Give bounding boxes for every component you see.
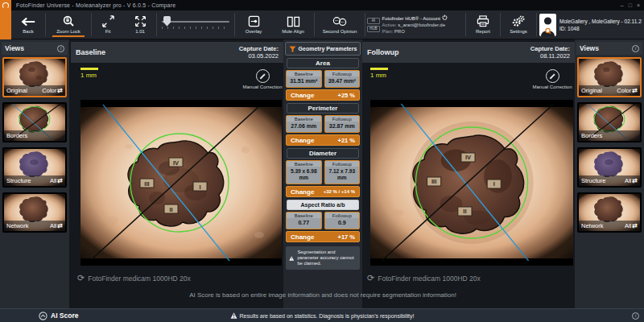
thumb-mode-network: All (50, 222, 56, 229)
followup-manual-correction-button[interactable]: Manual Correction (533, 69, 572, 89)
patient-avatar (539, 14, 556, 36)
zoom-slider-handle[interactable] (163, 16, 171, 27)
hub-account-panel[interactable]: AI HUB Fotofinder HUB® - Account Active:… (365, 10, 465, 39)
patient-name: MoleGallery , MoleGallery - 02.11.2000 (559, 18, 642, 25)
followup-image[interactable]: IV III I II (370, 100, 573, 266)
baseline-capture-date: 03.05.2022 (248, 52, 279, 60)
window-title: FotoFinder Universe - Moleanalyzer pro -… (11, 2, 175, 8)
thumb-mode-original: Color (617, 87, 631, 94)
swap-icon[interactable]: ⇄ (632, 87, 638, 94)
followup-capture-date-label: Capture Date: (530, 45, 570, 52)
thumbnail-structure[interactable]: StructureAll⇄ (577, 147, 642, 188)
patient-chip[interactable]: MoleGallery , MoleGallery - 02.11.2000 I… (537, 10, 644, 39)
toolbar: Back Zoom Lock Fit 1.01 Overlay Mole Ali… (11, 10, 644, 39)
magnifier-lock-icon (62, 15, 75, 27)
disclaimer-text: Results are based on statistics. Diagnos… (240, 313, 415, 319)
sync-icon[interactable]: ⟳ (367, 274, 374, 283)
app-window: FotoFinder Universe - Moleanalyzer pro -… (0, 0, 644, 322)
zoom-slider-ticks (162, 27, 229, 29)
fit-button[interactable]: Fit (92, 10, 124, 39)
funnel-icon (289, 46, 296, 52)
back-button[interactable]: Back (11, 10, 45, 39)
section-title-area: Area (287, 58, 359, 68)
perimeter-baseline-box: Baseline27.06 mm (286, 115, 322, 133)
thumb-label-network: Network (581, 222, 604, 229)
followup-camera-label: FotoFinder medicam 1000HD 20x (378, 275, 481, 283)
swap-icon[interactable]: ⇄ (632, 222, 638, 229)
mole-align-button[interactable]: Mole Align (272, 10, 314, 39)
views-sidebar-right: Views OriginalColor⇄ Borders StructureAl… (575, 39, 644, 308)
hub-active-email: : s_arani@fotofinder.de (395, 23, 445, 27)
section-title-aspect-ratio: Aspect Ratio a/b (287, 200, 359, 210)
swap-icon[interactable]: ⇄ (632, 177, 638, 184)
section-title-perimeter: Perimeter (287, 103, 359, 114)
perimeter-change-row: Change+21 % (286, 134, 360, 146)
aspect-change-row: Change+17 % (286, 231, 360, 242)
followup-title: Followup (367, 48, 399, 56)
gear-icon (512, 15, 525, 27)
views-title: Views (5, 44, 24, 52)
baseline-capture-date-label: Capture Date: (239, 45, 279, 52)
thumb-label-structure: Structure (581, 177, 605, 184)
power-icon[interactable] (442, 14, 448, 22)
patient-id: ID: 1048 (559, 25, 642, 32)
area-change-row: Change+25 % (286, 89, 360, 101)
info-icon[interactable] (57, 45, 64, 52)
geometry-header[interactable]: Geometry Parameters (285, 42, 361, 56)
followup-header: Followup Capture Date:08.11.2022 (362, 42, 575, 63)
hub-account-title: Fotofinder HUB® - Account (382, 15, 440, 22)
info-icon[interactable] (632, 312, 639, 320)
views-sidebar-left: Views OriginalColor⇄ Borders StructureAl… (0, 39, 69, 308)
window-controls: – □ × (621, 0, 644, 10)
thumbnail-borders[interactable]: Borders (577, 102, 642, 142)
thumbnail-network[interactable]: NetworkAll⇄ (577, 192, 642, 233)
baseline-scale-label: 1 mm (80, 72, 98, 79)
report-button[interactable]: Report (466, 10, 500, 39)
ai-notice-text: AI Score is based on entire image inform… (71, 291, 575, 299)
baseline-header: Baseline Capture Date:03.05.2022 (71, 42, 283, 63)
zoom-slider[interactable] (157, 10, 234, 39)
thumbnail-original[interactable]: OriginalColor⇄ (2, 57, 67, 97)
thumb-mode-network: All (625, 222, 631, 229)
hub-active-label: Active (382, 23, 395, 27)
close-button[interactable]: × (637, 0, 640, 10)
thumb-label-borders: Borders (6, 132, 27, 139)
swap-icon[interactable]: ⇄ (57, 87, 63, 94)
swap-icon[interactable]: ⇄ (57, 177, 63, 184)
second-opinion-icon (332, 16, 348, 27)
followup-scale-label: 1 mm (370, 72, 388, 79)
warning-triangle-icon (230, 312, 237, 319)
swap-icon[interactable]: ⇄ (57, 222, 63, 229)
views-header-left: Views (2, 42, 68, 55)
info-icon[interactable] (632, 45, 639, 52)
thumbnail-original[interactable]: OriginalColor⇄ (577, 57, 642, 97)
second-opinion-button[interactable]: Second Opinion (315, 10, 365, 39)
thumbnail-network[interactable]: NetworkAll⇄ (2, 192, 67, 233)
minimize-button[interactable]: – (621, 0, 624, 10)
overlay-button[interactable]: Overlay (235, 10, 272, 39)
ai-score-expander[interactable]: AI Score (0, 312, 79, 320)
maximize-button[interactable]: □ (629, 0, 632, 10)
diameter-baseline-box: Baseline5.39 x 6.98 mm (286, 160, 322, 184)
baseline-manual-correction-button[interactable]: Manual Correction (243, 69, 282, 89)
fotofinder-logo (0, 0, 11, 39)
views-title: Views (580, 44, 599, 52)
sync-icon[interactable]: ⟳ (77, 274, 85, 283)
zoom-lock-button[interactable]: Zoom Lock (46, 10, 91, 39)
baseline-image[interactable]: IV III I II (80, 100, 282, 266)
area-baseline-box: Baseline31.51 mm² (286, 70, 322, 88)
thumbnail-borders[interactable]: Borders (2, 102, 67, 142)
zoom-slider-track[interactable] (162, 21, 229, 23)
thumb-label-borders: Borders (581, 132, 602, 139)
thumbnail-structure[interactable]: StructureAll⇄ (2, 147, 67, 188)
settings-button[interactable]: Settings (501, 10, 536, 39)
ai-badge: AI (367, 18, 380, 24)
diameter-change-row: Change+32 % / +14 % (286, 186, 360, 197)
views-header-right: Views (576, 42, 642, 55)
perimeter-followup-box: Followup32.87 mm (324, 115, 361, 133)
printer-icon (477, 15, 489, 27)
one-to-one-zoom-button[interactable]: 1.01 (124, 10, 156, 39)
segmentation-warning: Segmentation and parameter accuracy cann… (286, 246, 360, 270)
pencil-circle-icon (546, 69, 559, 83)
followup-scale: 1 mm (370, 68, 388, 79)
